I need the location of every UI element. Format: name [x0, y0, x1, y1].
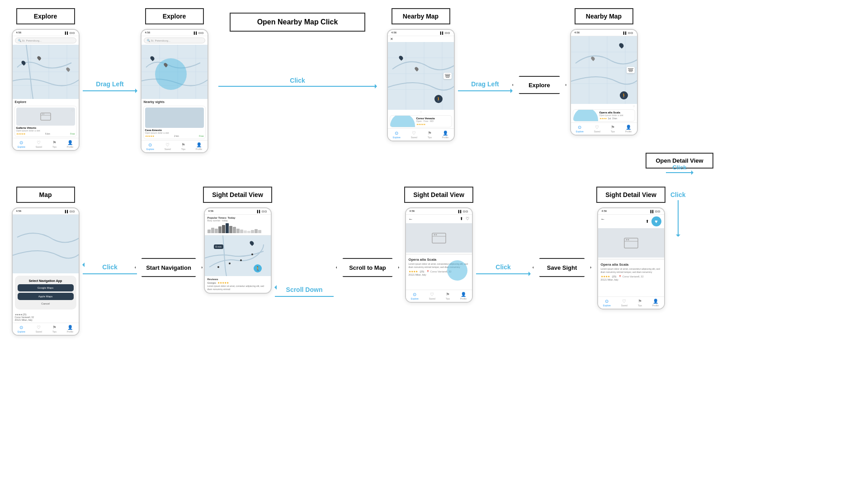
- start-navigation-diamond: Start Navigation: [135, 258, 203, 277]
- phone-map: 4:56▌▌ ⊡ ⊡ Select Navigation App Google …: [12, 207, 80, 336]
- opera-title-3: Opera alla Scala: [601, 263, 661, 267]
- phone-explore-1: 4:56 ▌▌ ⊡ ⊡ 🔍St. Petersburg...: [12, 29, 80, 151]
- open-nearby-map-label: Open Nearby Map Click: [230, 13, 365, 32]
- svg-point-35: [251, 253, 253, 255]
- save-sight-diamond: Save Sight: [533, 258, 591, 277]
- svg-point-38: [434, 234, 435, 235]
- nearby-sights-title-1: Explore: [13, 99, 79, 105]
- scroll-down-label: Scroll Down: [286, 286, 323, 293]
- drag-left-label-2: Drag Left: [471, 80, 499, 88]
- phone-sight-detail-3: 4:56▌▌ ⊡ ⊡ ← ⬆ ♥: [597, 207, 665, 310]
- click-label-4: Click: [495, 263, 510, 271]
- browse-diamond: Explore: [512, 76, 566, 94]
- google-maps-btn[interactable]: Google Maps: [18, 284, 74, 291]
- sight-detail-label-3: Sight Detail View: [596, 187, 665, 203]
- svg-point-33: [229, 263, 231, 264]
- nearby-map-label-1: Nearby Map: [392, 8, 450, 24]
- drag-left-label-1: Drag Left: [96, 80, 123, 88]
- phone-explore-2: 4:56▌▌ ⊡ ⊡ 🔍St. Petersburg...: [141, 29, 208, 153]
- scroll-to-map-diamond: Scroll to Map: [336, 258, 399, 277]
- map-label: Map: [16, 187, 75, 203]
- svg-point-32: [217, 266, 219, 268]
- phone-nearby-map-1: 4:56▌▌ ⊡ ⊡ ✕: [387, 29, 455, 141]
- svg-point-42: [626, 239, 627, 240]
- apple-maps-btn[interactable]: Apple Maps: [18, 293, 74, 300]
- select-nav-title: Select Navigation App: [18, 279, 74, 282]
- nearby-map-label-2: Nearby Map: [575, 8, 633, 24]
- click-label-2: Click: [672, 164, 686, 171]
- svg-point-43: [627, 239, 629, 240]
- svg-point-8: [42, 114, 43, 115]
- explore-label-2: Explore: [145, 8, 204, 24]
- svg-point-39: [435, 234, 437, 235]
- svg-rect-30: [13, 215, 79, 273]
- cancel-btn[interactable]: Cancel: [18, 301, 74, 306]
- svg-point-34: [240, 259, 242, 261]
- click-label-3: Click: [102, 263, 117, 271]
- explore-label-1: Explore: [16, 8, 75, 24]
- click-label-5: Click: [670, 191, 685, 198]
- svg-point-9: [43, 114, 44, 115]
- sight-detail-label-1: Sight Detail View: [203, 187, 272, 203]
- phone-sight-detail-2: 4:56▌▌ ⊡ ⊡ ← ⬆♡ Opera alla Scala Lorem i…: [405, 207, 473, 303]
- sight-detail-label-2: Sight Detail View: [404, 187, 473, 203]
- phone-sight-detail-1: 4:56▌▌ ⊡ ⊡ Popular Times: Today Busy sun…: [204, 207, 272, 294]
- phone-nearby-map-2: 4:56▌▌ ⊡ ⊡: [570, 29, 638, 136]
- click-label: Click: [290, 77, 305, 84]
